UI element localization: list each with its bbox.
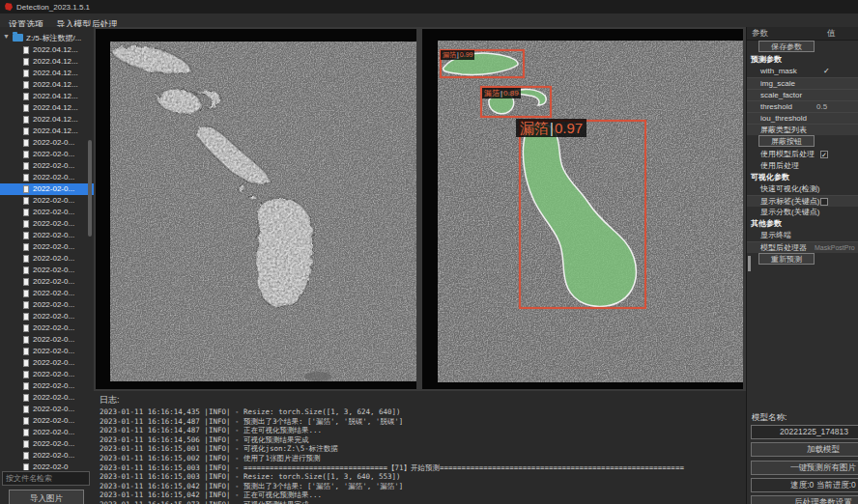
expand-arrow-icon[interactable]: ▼ xyxy=(3,33,10,40)
document-icon xyxy=(23,197,29,205)
document-icon xyxy=(23,46,29,54)
param-label: 显示终端 xyxy=(760,230,791,241)
postprocess-settings-button[interactable]: 后处理参数设置 xyxy=(751,495,858,504)
tree-item[interactable]: 2022-02-0... xyxy=(0,357,94,369)
param-row[interactable]: 模型后处理器MaskPostPro xyxy=(747,241,858,253)
tree-item[interactable]: 2022-02-0... xyxy=(0,276,94,288)
log-area: 日志: 2023-01-11 16:16:14,435 |INFO| - Res… xyxy=(94,391,746,504)
tree-item[interactable]: 2022-02-0... xyxy=(0,415,94,427)
prediction-image-panel: 漏箔|0.99 漏箔|0.89 漏箔|0.97 xyxy=(422,29,743,389)
tree-item[interactable]: 2022-02-0... xyxy=(0,218,94,230)
tree-item[interactable]: 2022.04.12... xyxy=(0,68,94,79)
tree-item-label: 2022-02-0... xyxy=(33,404,74,415)
predict-all-button[interactable]: 一键预测所有图片 xyxy=(751,461,858,475)
tree-item[interactable]: 2022-02-0... xyxy=(0,160,94,172)
tree-item[interactable]: 2022-02-0... xyxy=(0,322,94,334)
tree-root-folder[interactable]: ▼ Z:/5-标注数据/... xyxy=(0,32,94,44)
tree-item[interactable]: 2022-02-0... xyxy=(0,253,94,265)
tree-item[interactable]: 2022-02-0... xyxy=(0,172,94,183)
model-name-field[interactable]: 20221225_174813 xyxy=(751,425,858,439)
tree-item[interactable]: 2022.04.12... xyxy=(0,56,94,68)
tree-item-label: 2022-02-0... xyxy=(33,207,74,218)
tree-item[interactable]: 2022-02-0... xyxy=(0,288,94,299)
document-icon xyxy=(23,301,29,309)
document-icon xyxy=(23,220,29,228)
tree-item[interactable]: 2022-02-0... xyxy=(0,230,94,241)
tree-item-label: 2022-02-0... xyxy=(33,137,74,149)
prediction-image[interactable]: 漏箔|0.99 漏箔|0.89 漏箔|0.97 xyxy=(438,41,743,382)
param-button[interactable]: 屏蔽按钮 xyxy=(758,135,815,147)
param-row[interactable]: scale_factor xyxy=(747,89,858,100)
log-line: 2023-01-11 16:16:15,042 |INFO| - 预测出了3个结… xyxy=(100,482,746,491)
detection-label: 漏箔|0.89 xyxy=(482,88,521,98)
window-title: Detection_2023.1.5.1 xyxy=(16,3,90,12)
tree-item[interactable]: 2022-02-0... xyxy=(0,427,94,438)
tree-item[interactable]: 2022-02-0... xyxy=(0,207,94,218)
param-row[interactable]: 显示终端 xyxy=(747,230,858,241)
tree-item[interactable]: 2022.04.12... xyxy=(0,126,94,137)
tree-item[interactable]: 2022.04.12... xyxy=(0,102,94,114)
param-button[interactable]: 重新预测 xyxy=(758,253,815,265)
document-icon xyxy=(23,93,29,100)
import-images-button[interactable]: 导入图片 xyxy=(9,490,84,504)
tree-item[interactable]: 2022-02-0... xyxy=(0,392,94,404)
tree-item[interactable]: 2022.04.12... xyxy=(0,79,94,91)
detection-score: 0.97 xyxy=(555,120,583,136)
tree-item[interactable]: 2022.04.12... xyxy=(0,44,94,56)
tree-item-label: 2022-02-0... xyxy=(33,276,74,288)
tree-item[interactable]: 2022-02-0... xyxy=(0,380,94,392)
checkbox-empty[interactable] xyxy=(820,198,828,206)
search-input[interactable] xyxy=(2,471,90,486)
tree-item[interactable]: 2022-02-0... xyxy=(0,346,94,357)
tree-item-label: 2022-02-0... xyxy=(33,380,74,392)
tree-item[interactable]: 2022-02-0... xyxy=(0,404,94,415)
param-label: 快速可视化(检测) xyxy=(760,183,819,195)
tree-scrollbar[interactable] xyxy=(88,140,92,237)
tree-item-label: 2022.04.12... xyxy=(33,68,78,79)
document-icon xyxy=(23,58,29,66)
param-row[interactable]: img_scale xyxy=(747,77,858,89)
log-line: 2023-01-11 16:16:14,506 |INFO| - 可视化预测结果… xyxy=(100,435,746,445)
param-row[interactable]: 使用模型后处理✓ xyxy=(747,149,858,160)
tree-item[interactable]: 2022-02-0... xyxy=(0,311,94,322)
document-icon xyxy=(23,116,29,124)
tree-item[interactable]: 2022.04.12... xyxy=(0,114,94,126)
log-lines[interactable]: 2023-01-11 16:16:14,435 |INFO| - Resize:… xyxy=(100,407,746,504)
tree-item[interactable]: 2022-02-0... xyxy=(0,241,94,253)
tree-item[interactable]: 2022-02-0... xyxy=(0,438,94,450)
folder-icon xyxy=(13,34,23,42)
file-tree: ▼ Z:/5-标注数据/... 2022.04.12...2022.04.12.… xyxy=(0,27,94,470)
param-row[interactable]: 使用后处理 xyxy=(747,160,858,172)
tree-item[interactable]: 2022-02-0... xyxy=(0,195,94,207)
tree-item[interactable]: 2022-02-0 xyxy=(0,462,94,470)
tree-item-label: 2022.04.12... xyxy=(33,114,78,126)
tree-item[interactable]: 2022-02-0... xyxy=(0,299,94,311)
source-image[interactable] xyxy=(110,42,416,381)
tree-item[interactable]: 2022.04.12... xyxy=(0,91,94,102)
document-icon xyxy=(23,209,29,216)
tree-item-label: 2022-02-0... xyxy=(33,415,74,427)
param-row[interactable]: iou_threshold xyxy=(747,112,858,124)
tree-item[interactable]: 2022-02-0... xyxy=(0,265,94,276)
document-icon xyxy=(23,371,29,378)
param-section-label: 预测参数 xyxy=(747,54,858,66)
tree-item[interactable]: 2022-02-0... xyxy=(0,369,94,380)
tree-item[interactable]: 2022-02-0... xyxy=(0,137,94,149)
tree-item-label: 2022-02-0... xyxy=(33,438,74,450)
tree-item[interactable]: 2022-02-0... xyxy=(0,149,94,160)
tree-item[interactable]: 2022-02-0... xyxy=(0,183,94,195)
param-row[interactable]: with_mask✓ xyxy=(747,66,858,77)
tree-item[interactable]: 2022-02-0... xyxy=(0,450,94,462)
param-row[interactable]: 显示标签(关键点) xyxy=(747,195,858,207)
param-row[interactable]: 快速可视化(检测) xyxy=(747,183,858,195)
checkbox-checked[interactable]: ✓ xyxy=(820,151,828,158)
param-button[interactable]: 保存参数 xyxy=(758,41,815,52)
param-row[interactable]: 显示分数(关键点) xyxy=(747,207,858,218)
load-model-button[interactable]: 加载模型 xyxy=(751,442,858,457)
document-icon xyxy=(23,417,29,425)
param-row[interactable]: threshold0.5 xyxy=(747,100,858,112)
param-row[interactable]: 屏蔽类型列表 xyxy=(747,124,858,135)
param-button-row: 屏蔽按钮 xyxy=(747,135,858,149)
tree-item-label: 2022-02-0... xyxy=(33,241,74,253)
tree-item[interactable]: 2022-02-0... xyxy=(0,334,94,346)
